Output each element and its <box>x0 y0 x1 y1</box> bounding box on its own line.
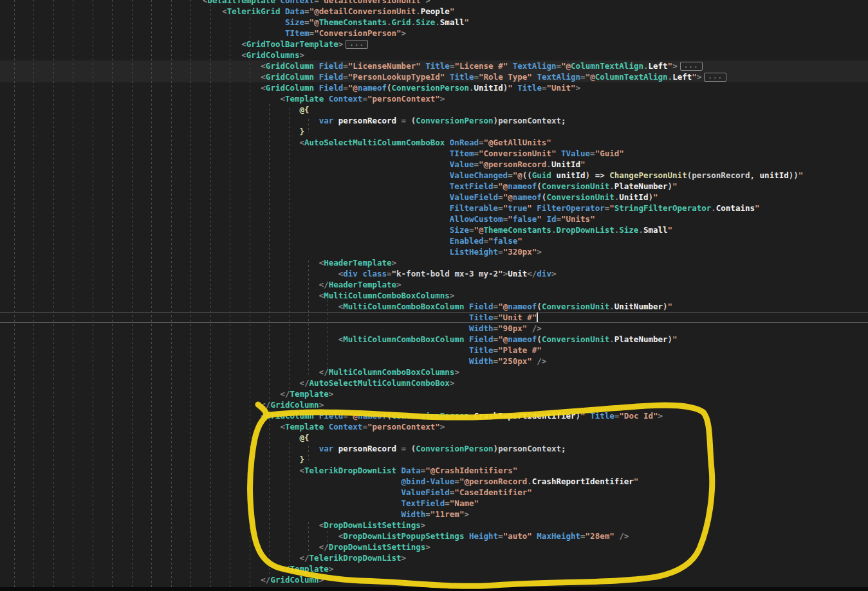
code-line: Width="250px" /> <box>0 356 868 367</box>
code-line: <GridColumn Field="PersonLookupTypeId" T… <box>0 71 868 82</box>
code-line: <MultiColumnComboBoxColumn Field="@nameo… <box>0 334 868 345</box>
code-line: </MultiColumnComboBoxColumns> <box>0 367 868 377</box>
collapsed-region[interactable]: ... <box>704 73 726 82</box>
code-line: } <box>0 126 868 137</box>
code-line: ValueField="CaseIdentifier" <box>0 487 868 498</box>
code-line: Title="Plate #" <box>0 345 868 356</box>
code-line: <TelerikGrid Data="@detailConversionUnit… <box>0 6 868 17</box>
code-line: <DropDownListSettings> <box>0 520 868 531</box>
code-line: <GridColumn Field="@nameof(ConversionPer… <box>0 410 868 421</box>
code-line: ValueChanged="@((Guid unitId) => ChangeP… <box>0 170 868 181</box>
code-line: <GridColumn Field="LicenseNumber" Title=… <box>0 60 868 71</box>
code-line: </Template> <box>0 388 868 399</box>
code-line: </GridColumn> <box>0 574 868 585</box>
code-editor[interactable]: <DetailTemplate Context="detailConversio… <box>0 0 868 591</box>
code-line: <HeaderTemplate> <box>0 257 868 268</box>
code-line: TextField="Name" <box>0 498 868 509</box>
code-line: </Template> <box>0 563 868 574</box>
horizontal-scrollbar-track[interactable] <box>0 587 868 591</box>
code-line: var personRecord = (ConversionPerson)per… <box>0 443 868 454</box>
collapsed-region[interactable]: ... <box>680 62 703 71</box>
code-text[interactable]: <DetailTemplate Context="detailConversio… <box>0 0 868 591</box>
code-line: </DropDownListSettings> <box>0 541 868 552</box>
code-line: </HeaderTemplate> <box>0 279 868 290</box>
collapsed-region[interactable]: ... <box>346 40 368 49</box>
code-line: ValueField="@nameof(ConversionUnit.UnitI… <box>0 192 868 203</box>
code-line: TItem="ConversionUnit" TValue="Guid" <box>0 148 868 159</box>
text-cursor <box>537 313 538 322</box>
code-line: <GridToolBarTemplate>... <box>0 39 868 50</box>
code-line: Size="@ThemeConstants.Grid.Size.Small" <box>0 17 868 28</box>
code-line: <TelerikDropDownList Data="@CrashIdentif… <box>0 465 868 476</box>
code-line: Filterable="true" FilterOperator="String… <box>0 203 868 214</box>
code-line: <div class="k-font-bold mx-3 my-2">Unit<… <box>0 268 868 279</box>
code-line: <MultiColumnComboBoxColumns> <box>0 290 868 301</box>
code-line: </GridColumn> <box>0 399 868 410</box>
code-line: <AutoSelectMultiColumnComboBox OnRead="@… <box>0 137 868 148</box>
code-line: var personRecord = (ConversionPerson)per… <box>0 115 868 126</box>
code-line: @{ <box>0 432 868 443</box>
code-line: Width="90px" /> <box>0 323 868 334</box>
code-line: @bind-Value="@personRecord.CrashReportId… <box>0 476 868 487</box>
code-line: TextField="@nameof(ConversionUnit.PlateN… <box>0 181 868 192</box>
code-line: Title="Unit #" <box>0 312 868 323</box>
code-line: <GridColumn Field="@nameof(ConversionPer… <box>0 82 868 93</box>
code-line: <DropDownListPopupSettings Height="auto"… <box>0 531 868 541</box>
code-line: } <box>0 454 868 465</box>
code-line: <Template Context="personContext"> <box>0 93 868 104</box>
code-line: TItem="ConversionPerson"> <box>0 28 868 39</box>
code-line: Size="@ThemeConstants.DropDownList.Size.… <box>0 224 868 235</box>
code-line: AllowCustom="false" Id="Units" <box>0 214 868 224</box>
code-line: Value="@personRecord.UnitId" <box>0 159 868 170</box>
code-line: ListHeight="320px"> <box>0 246 868 257</box>
code-line: <GridColumns> <box>0 50 868 60</box>
code-line: </TelerikDropDownList> <box>0 552 868 563</box>
code-line: @{ <box>0 104 868 115</box>
code-line: Enabled="false" <box>0 235 868 246</box>
code-line: <DetailTemplate Context="detailConversio… <box>0 0 868 6</box>
code-line: </AutoSelectMultiColumnComboBox> <box>0 377 868 388</box>
code-line: Width="11rem"> <box>0 509 868 520</box>
code-line: <Template Context="personContext"> <box>0 421 868 432</box>
code-line: <MultiColumnComboBoxColumn Field="@nameo… <box>0 301 868 312</box>
